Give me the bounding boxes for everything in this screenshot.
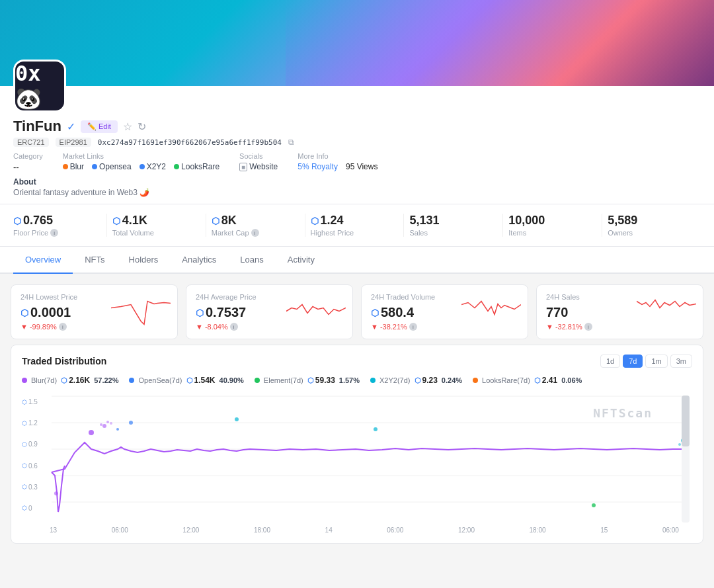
element-legend-dot: [255, 378, 260, 383]
tab-overview[interactable]: Overview: [13, 247, 73, 274]
dist-legend: Blur(7d) ⬡ 2.16K 57.22% OpenSea(7d) ⬡ 1.…: [22, 376, 692, 385]
chart-scrollbar[interactable]: [682, 396, 690, 523]
category-label: Category: [13, 152, 43, 160]
stat-floor-price: ⬡ 0.765 Floor Price i: [13, 214, 107, 237]
svg-point-11: [592, 503, 596, 507]
looksrare-dot: [174, 164, 179, 169]
highest-price-value: 1.24: [321, 214, 344, 228]
category-group: Category --: [13, 152, 43, 172]
social-website[interactable]: ■ Website: [239, 162, 278, 171]
down-arrow-icon4: ▼: [546, 323, 553, 331]
time-btn-1d[interactable]: 1d: [600, 355, 620, 368]
refresh-button[interactable]: ↻: [138, 120, 146, 133]
floor-price-info-icon: i: [50, 229, 58, 237]
market-links-label: Market Links: [63, 152, 219, 160]
svg-point-6: [374, 427, 377, 431]
info-row: Category -- Market Links Blur Opensea X2…: [13, 152, 701, 172]
x2y2-eth-icon: ⬡: [415, 376, 421, 385]
svg-point-17: [110, 422, 112, 425]
opensea-pct: 40.90%: [219, 376, 244, 384]
card-sales-sparkline: [637, 294, 696, 329]
market-blur[interactable]: Blur: [63, 162, 84, 171]
tab-loans[interactable]: Loans: [228, 247, 275, 274]
element-pct: 1.57%: [339, 376, 360, 384]
card-sales-info: i: [584, 323, 592, 331]
opensea-vol: 1.54K: [194, 376, 216, 385]
x-label-13: 13: [50, 526, 57, 534]
down-arrow-icon: ▼: [20, 323, 28, 331]
avatar: 0x🐼: [13, 60, 66, 112]
total-volume-value: 4.1K: [122, 214, 147, 228]
items-value: 10,000: [508, 214, 545, 228]
sales-value: 5,131: [409, 214, 439, 228]
x-label-14: 14: [325, 526, 333, 534]
x2y2-pct: 0.24%: [442, 376, 462, 384]
card-lowest-info: i: [59, 323, 67, 331]
y-label-03: ⬡0.3: [22, 483, 42, 491]
x2y2-legend-name: X2Y2(7d): [379, 376, 410, 384]
chart-area: NFTScan: [46, 393, 692, 525]
svg-point-16: [54, 491, 58, 495]
tab-activity[interactable]: Activity: [276, 247, 327, 274]
chart-y-axis: ⬡1.5 ⬡1.2 ⬡0.9 ⬡0.6 ⬡0.3 ⬡0: [22, 393, 46, 525]
socials-label: Socials: [239, 152, 278, 160]
y-label-0: ⬡0: [22, 505, 42, 512]
tabs-row: Overview NFTs Holders Analytics Loans Ac…: [0, 247, 714, 274]
looksrare-legend-dot: [473, 378, 478, 383]
looksrare-legend-name: LooksRare(7d): [482, 376, 530, 384]
card-vol-value: 580.4: [381, 305, 414, 320]
distribution-section: Traded Distribution 1d 7d 1m 3m Blur(7d)…: [11, 345, 703, 544]
card-traded-volume: 24H Traded Volume ⬡ 580.4 ▼ -38.21% i: [361, 284, 528, 339]
royalty: 5% Royalty: [298, 162, 338, 171]
time-btn-3m[interactable]: 3m: [670, 355, 692, 368]
element-legend-name: Element(7d): [264, 376, 303, 384]
card-lowest-sparkline: [111, 294, 171, 329]
y-label-15: ⬡1.5: [22, 398, 42, 405]
market-looksrare[interactable]: LooksRare: [174, 162, 219, 171]
time-btn-7d[interactable]: 7d: [623, 355, 643, 368]
website-icon: ■: [239, 163, 247, 171]
card-sales: 24H Sales 770 ▼ -32.81% i: [536, 284, 703, 339]
market-opensea[interactable]: Opensea: [92, 162, 132, 171]
x-label-1800b: 18:00: [530, 526, 546, 534]
blur-legend-name: Blur(7d): [31, 376, 57, 384]
stat-highest-price: ⬡ 1.24 Highest Price: [305, 214, 405, 237]
market-x2y2[interactable]: X2Y2: [139, 162, 166, 171]
chart-x-axis: 13 06:00 12:00 18:00 14 06:00 12:00 18:0…: [50, 526, 692, 534]
stats-row: ⬡ 0.765 Floor Price i ⬡ 4.1K Total Volum…: [0, 204, 714, 247]
market-links-group: Market Links Blur Opensea X2Y2 LooksRare: [63, 152, 219, 172]
legend-element: Element(7d) ⬡ 59.33 1.57%: [255, 376, 360, 385]
card-vol-eth-icon: ⬡: [371, 308, 379, 318]
tab-analytics[interactable]: Analytics: [170, 247, 228, 274]
banner-art: [286, 0, 714, 86]
time-btn-1m[interactable]: 1m: [645, 355, 667, 368]
y-label-12: ⬡1.2: [22, 419, 42, 427]
svg-point-13: [678, 443, 681, 446]
standard-eip2981: EIP2981: [56, 138, 91, 147]
cards-row: 24H Lowest Price ⬡ 0.0001 ▼ -99.89% i 24…: [0, 274, 714, 345]
down-arrow-icon2: ▼: [196, 323, 203, 331]
legend-opensea: OpenSea(7d) ⬡ 1.54K 40.90%: [129, 376, 243, 385]
socials-group: Socials ■ Website: [239, 152, 278, 172]
more-info-group: More Info 5% Royalty 95 Views: [298, 152, 377, 172]
edit-button[interactable]: ✏️ Edit: [81, 120, 118, 133]
stat-sales: 5,131 Sales: [404, 214, 503, 237]
svg-point-9: [116, 428, 119, 431]
x-label-1800a: 18:00: [254, 526, 270, 534]
svg-point-15: [106, 421, 109, 423]
svg-point-8: [102, 424, 106, 428]
category-value: --: [13, 162, 19, 172]
copy-address-button[interactable]: ⧉: [288, 138, 294, 147]
tab-nfts[interactable]: NFTs: [73, 247, 116, 274]
about-label: About: [13, 177, 36, 187]
floor-price-eth-icon: ⬡: [13, 216, 21, 226]
svg-point-5: [235, 417, 239, 421]
element-eth-icon: ⬡: [307, 376, 314, 385]
dist-header: Traded Distribution 1d 7d 1m 3m: [22, 355, 692, 368]
market-cap-info-icon: i: [251, 229, 259, 237]
favorite-button[interactable]: ☆: [123, 120, 132, 133]
market-cap-value: 8K: [221, 214, 237, 228]
tab-holders[interactable]: Holders: [117, 247, 171, 274]
blur-dot: [63, 164, 68, 169]
card-lowest-eth-icon: ⬡: [20, 308, 28, 318]
